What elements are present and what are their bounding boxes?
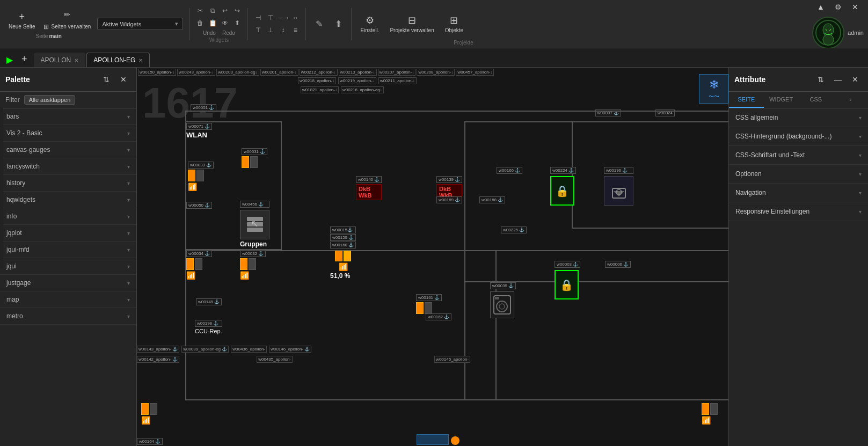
tab-seite[interactable]: SEITE	[729, 92, 764, 108]
widget-w00033-block[interactable]: w00033 ⚓ 📶	[188, 162, 214, 191]
widget-w00164[interactable]: w00164 ⚓	[137, 438, 163, 445]
canvas-area[interactable]: 1617 w00150_apollon-↓ w00243_apollon-↓ w…	[137, 68, 728, 446]
tab-apollon-close[interactable]: ✕	[74, 57, 78, 63]
widget-w00015-group[interactable]: w00015⚓ w00159 ⚓ w00160 ⚓ 📶 51,0 %	[330, 226, 356, 280]
pencil-button[interactable]: ✏	[41, 9, 93, 20]
align-v-button[interactable]: ↕	[277, 24, 289, 36]
undo-button[interactable]: ↩	[219, 5, 231, 17]
attr-section-navigation[interactable]: Navigation ▾	[729, 184, 868, 202]
widget-w00213[interactable]: w00213_apollon-↓	[339, 69, 377, 76]
palette-close-button[interactable]: ✕	[116, 72, 131, 87]
widget-w00050[interactable]: w00050 ⚓	[186, 202, 212, 209]
alle-ausklappen-button[interactable]: Alle ausklappen	[24, 95, 76, 105]
widget-w00142[interactable]: w00142_apollon- ⚓	[137, 356, 179, 363]
align-top-button[interactable]: ⊤	[252, 24, 264, 36]
widget-w00457[interactable]: w00457_apollon-↓	[456, 69, 494, 76]
attr-section-css-hintergrund[interactable]: CSS-Hintergrund (background-...) ▾	[729, 127, 868, 146]
bottom-wifi-right[interactable]: 📶	[702, 403, 718, 425]
add-tab-button[interactable]: +	[19, 52, 30, 67]
eye-button[interactable]: 👁	[219, 17, 231, 29]
widget-w00196-block[interactable]: w00196 ⚓	[604, 167, 633, 206]
attr-section-responsive[interactable]: Responsive Einstellungen ▾	[729, 202, 868, 221]
widget-w00032-block[interactable]: w00032 ⚓ 📶	[240, 250, 266, 280]
widget-w00203[interactable]: w00203_apollon-eg↓	[216, 69, 259, 76]
widget-w00189[interactable]: w00189 ⚓	[436, 196, 462, 203]
palette-item-canvas-gauges[interactable]: canvas-gauges ▾	[0, 142, 136, 158]
widget-w00216[interactable]: w00216_apollon-eg↓	[341, 86, 384, 93]
align-center-h-button[interactable]: ⊤	[265, 12, 276, 24]
copy-button[interactable]: ⧉	[207, 5, 218, 17]
widget-w00035-block[interactable]: w00035 ⚓	[490, 282, 516, 318]
widget-w00140-block[interactable]: w00140 ⚓ DkB WkB	[356, 176, 382, 200]
einstell-button[interactable]: ⚙ Einstell.	[356, 12, 383, 35]
projekte-verwalten-button[interactable]: ⊟ Projekte verwalten	[385, 12, 438, 36]
objekte-button[interactable]: ⊞ Objekte	[441, 12, 468, 35]
align-right-button[interactable]: →→	[277, 12, 289, 24]
widget-w00031-block[interactable]: w00031 ⚓	[242, 148, 267, 168]
edit-mode-button[interactable]: ✎	[310, 16, 327, 33]
palette-item-vis2basic[interactable]: Vis 2 - Basic ▾	[0, 125, 136, 142]
attr-minimize-button[interactable]: —	[830, 72, 845, 87]
maximize-button[interactable]: ▲	[813, 0, 828, 14]
widget-w00218[interactable]: w00218_apollon-↓	[298, 77, 336, 84]
widget-w00143[interactable]: w00143_apollon- ⚓	[137, 346, 179, 353]
tab-apollon[interactable]: APOLLON ✕	[34, 53, 86, 67]
widget-w00162[interactable]: w00162 ⚓	[426, 313, 451, 320]
attr-expand-button[interactable]: ⇅	[813, 72, 828, 87]
widget-w00456-block[interactable]: w00456 ⚓ ↖ Gruppen	[240, 201, 269, 248]
tab-apollon-eg-close[interactable]: ✕	[138, 57, 143, 63]
tab-more[interactable]: ›	[833, 92, 868, 108]
widget-w00003-block[interactable]: w00003 ⚓ 🔒	[555, 261, 580, 299]
delete-button[interactable]: 🗑	[194, 17, 206, 29]
palette-item-jqui[interactable]: jqui ▾	[0, 258, 136, 275]
widget-w00149[interactable]: w00149 ⚓	[196, 298, 222, 305]
widget-w00161-block[interactable]: w00161 ⚓	[416, 294, 442, 314]
widget-w00211[interactable]: w00211_apollon-↓	[378, 77, 417, 84]
tab-widget[interactable]: WIDGET	[764, 92, 799, 108]
snowflake-widget[interactable]: ❄ 〜〜	[699, 74, 728, 104]
widget-w00188[interactable]: w00188 ⚓	[479, 196, 505, 203]
widget-w00034-block[interactable]: w00034 ⚓ 📶	[186, 250, 212, 280]
palette-item-bars[interactable]: bars ▾	[0, 108, 136, 125]
align-left-button[interactable]: ⊣	[252, 12, 264, 24]
widget-w00225[interactable]: w00225 ⚓	[501, 226, 527, 233]
attr-section-optionen[interactable]: Optionen ▾	[729, 165, 868, 184]
widget-w00435[interactable]: w00435_apollon-	[257, 356, 293, 363]
widget-w00436[interactable]: w00436_apollon-	[231, 346, 267, 353]
export-button[interactable]: ⬆	[231, 17, 243, 29]
widget-w00201[interactable]: w00201_apollon-↓	[260, 69, 298, 76]
widget-w00166[interactable]: w00166 ⚓	[497, 167, 522, 174]
palette-item-fancyswitch[interactable]: fancyswitch ▾	[0, 158, 136, 175]
widget-w00224-block[interactable]: w00224 ⚓ 🔒	[550, 167, 576, 206]
widget-w00207[interactable]: w00207_apollon-↓	[378, 69, 416, 76]
tab-css[interactable]: CSS	[799, 92, 834, 108]
attr-section-css-schriftart[interactable]: CSS-Schriftart und -Text ▾	[729, 146, 868, 165]
widget-w00039[interactable]: w00039_apollon-eg ⚓	[181, 346, 229, 353]
widget-w00150[interactable]: w00150_apollon-↓	[138, 69, 176, 76]
redo-button[interactable]: ↪	[231, 5, 243, 17]
widget-w00198-block[interactable]: w00198 ⚓ CCU-Rep.	[195, 320, 222, 334]
seiten-verwalten-button[interactable]: ⊞ Seiten verwalten	[41, 22, 93, 32]
aktive-widgets-dropdown[interactable]: Aktive Widgets ▾	[97, 18, 183, 30]
palette-item-metro[interactable]: metro ▾	[0, 308, 136, 325]
palette-item-justgage[interactable]: justgage ▾	[0, 275, 136, 291]
tab-apollon-eg[interactable]: APOLLON-EG ✕	[86, 53, 150, 67]
widget-w00145[interactable]: w00145_apollon-	[434, 356, 470, 363]
align-spread-button[interactable]: ≡	[289, 24, 301, 36]
neue-seite-button[interactable]: + Neue Seite	[4, 9, 39, 32]
palette-item-history[interactable]: history ▾	[0, 175, 136, 192]
palette-item-info[interactable]: info ▾	[0, 208, 136, 225]
widget-w00219[interactable]: w00219_apollon-↓	[338, 77, 376, 84]
palette-expand-button[interactable]: ⇅	[99, 72, 114, 87]
bottom-blue-widget[interactable]	[417, 434, 449, 445]
play-button[interactable]: ▶	[4, 53, 15, 67]
attr-section-css-allgemein[interactable]: CSS allgemein ▾	[729, 108, 868, 127]
widget-w01821[interactable]: w01821_apollon-↓	[301, 86, 339, 93]
palette-item-map[interactable]: map ▾	[0, 291, 136, 308]
widget-w00243[interactable]: w00243_apollon-↓	[177, 69, 215, 76]
attr-close-button[interactable]: ✕	[848, 72, 863, 87]
cut-button[interactable]: ✂	[194, 5, 206, 17]
paste-button[interactable]: 📋	[207, 17, 218, 29]
export2-button[interactable]: ⬆	[330, 16, 347, 33]
bottom-wifi-left[interactable]: 📶	[141, 403, 157, 425]
